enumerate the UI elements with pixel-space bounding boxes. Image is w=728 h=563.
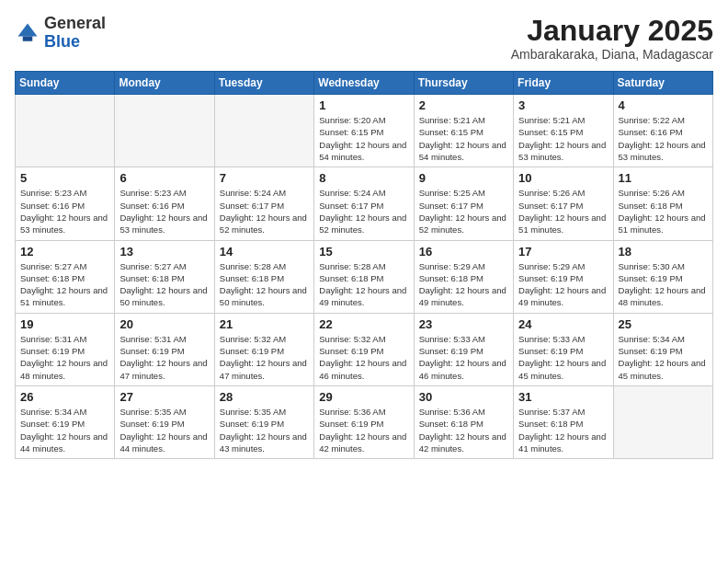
title-block: January 2025 Ambarakaraka, Diana, Madaga…: [511, 15, 713, 62]
logo: General Blue: [15, 15, 106, 52]
day-info: Sunrise: 5:31 AMSunset: 6:19 PMDaylight:…: [20, 333, 109, 382]
table-row: 16Sunrise: 5:29 AMSunset: 6:18 PMDayligh…: [414, 240, 513, 313]
page-header: General Blue January 2025 Ambarakaraka, …: [15, 15, 713, 62]
table-row: 18Sunrise: 5:30 AMSunset: 6:19 PMDayligh…: [613, 240, 712, 313]
day-number: 11: [619, 171, 708, 185]
day-number: 24: [518, 317, 608, 331]
day-info: Sunrise: 5:24 AMSunset: 6:17 PMDaylight:…: [220, 187, 309, 236]
day-info: Sunrise: 5:34 AMSunset: 6:19 PMDaylight:…: [20, 406, 109, 454]
day-number: 12: [20, 245, 109, 259]
table-row: 21Sunrise: 5:32 AMSunset: 6:19 PMDayligh…: [214, 313, 313, 385]
day-info: Sunrise: 5:37 AMSunset: 6:18 PMDaylight:…: [518, 406, 608, 454]
col-tuesday: Tuesday: [214, 72, 313, 95]
day-number: 2: [419, 98, 508, 112]
day-info: Sunrise: 5:34 AMSunset: 6:19 PMDaylight:…: [619, 333, 708, 382]
col-thursday: Thursday: [414, 72, 513, 95]
day-info: Sunrise: 5:31 AMSunset: 6:19 PMDaylight:…: [119, 333, 209, 382]
table-row: 6Sunrise: 5:23 AMSunset: 6:16 PMDaylight…: [115, 167, 214, 240]
day-info: Sunrise: 5:27 AMSunset: 6:18 PMDaylight:…: [20, 260, 109, 309]
day-info: Sunrise: 5:32 AMSunset: 6:19 PMDaylight:…: [319, 333, 408, 382]
table-row: [613, 385, 712, 458]
day-info: Sunrise: 5:20 AMSunset: 6:15 PMDaylight:…: [319, 114, 408, 163]
day-number: 20: [119, 317, 209, 331]
table-row: 5Sunrise: 5:23 AMSunset: 6:16 PMDaylight…: [16, 167, 115, 240]
table-row: 17Sunrise: 5:29 AMSunset: 6:19 PMDayligh…: [514, 240, 613, 313]
day-number: 17: [518, 245, 608, 259]
day-number: 13: [119, 245, 209, 259]
day-number: 9: [419, 171, 508, 185]
week-row-3: 12Sunrise: 5:27 AMSunset: 6:18 PMDayligh…: [16, 240, 713, 313]
table-row: 13Sunrise: 5:27 AMSunset: 6:18 PMDayligh…: [115, 240, 214, 313]
table-row: 7Sunrise: 5:24 AMSunset: 6:17 PMDaylight…: [214, 167, 313, 240]
table-row: [115, 95, 214, 167]
day-info: Sunrise: 5:33 AMSunset: 6:19 PMDaylight:…: [419, 333, 508, 382]
day-number: 10: [518, 171, 608, 185]
table-row: 23Sunrise: 5:33 AMSunset: 6:19 PMDayligh…: [414, 313, 513, 385]
table-row: 27Sunrise: 5:35 AMSunset: 6:19 PMDayligh…: [115, 385, 214, 458]
table-row: 30Sunrise: 5:36 AMSunset: 6:18 PMDayligh…: [414, 385, 513, 458]
day-info: Sunrise: 5:35 AMSunset: 6:19 PMDaylight:…: [220, 406, 309, 454]
day-number: 23: [419, 317, 508, 331]
table-row: 11Sunrise: 5:26 AMSunset: 6:18 PMDayligh…: [613, 167, 712, 240]
week-row-4: 19Sunrise: 5:31 AMSunset: 6:19 PMDayligh…: [16, 313, 713, 385]
table-row: 24Sunrise: 5:33 AMSunset: 6:19 PMDayligh…: [514, 313, 613, 385]
day-number: 18: [619, 245, 708, 259]
logo-general-text: General: [44, 14, 106, 32]
day-info: Sunrise: 5:26 AMSunset: 6:18 PMDaylight:…: [619, 187, 708, 236]
day-info: Sunrise: 5:28 AMSunset: 6:18 PMDaylight:…: [220, 260, 309, 309]
table-row: 25Sunrise: 5:34 AMSunset: 6:19 PMDayligh…: [613, 313, 712, 385]
day-info: Sunrise: 5:33 AMSunset: 6:19 PMDaylight:…: [518, 333, 608, 382]
day-info: Sunrise: 5:21 AMSunset: 6:15 PMDaylight:…: [419, 114, 508, 163]
day-number: 1: [319, 98, 408, 112]
day-number: 27: [119, 390, 209, 404]
day-number: 26: [20, 390, 109, 404]
col-saturday: Saturday: [613, 72, 712, 95]
svg-marker-0: [18, 23, 38, 36]
table-row: 8Sunrise: 5:24 AMSunset: 6:17 PMDaylight…: [314, 167, 414, 240]
calendar-subtitle: Ambarakaraka, Diana, Madagascar: [511, 47, 713, 62]
table-row: 2Sunrise: 5:21 AMSunset: 6:15 PMDaylight…: [414, 95, 513, 167]
day-info: Sunrise: 5:24 AMSunset: 6:17 PMDaylight:…: [319, 187, 408, 236]
table-row: 4Sunrise: 5:22 AMSunset: 6:16 PMDaylight…: [613, 95, 712, 167]
week-row-2: 5Sunrise: 5:23 AMSunset: 6:16 PMDaylight…: [16, 167, 713, 240]
col-sunday: Sunday: [16, 72, 115, 95]
table-row: 29Sunrise: 5:36 AMSunset: 6:19 PMDayligh…: [314, 385, 414, 458]
day-number: 30: [419, 390, 508, 404]
svg-rect-1: [23, 36, 33, 40]
day-info: Sunrise: 5:22 AMSunset: 6:16 PMDaylight:…: [619, 114, 708, 163]
table-row: 20Sunrise: 5:31 AMSunset: 6:19 PMDayligh…: [115, 313, 214, 385]
day-info: Sunrise: 5:25 AMSunset: 6:17 PMDaylight:…: [419, 187, 508, 236]
day-number: 8: [319, 171, 408, 185]
table-row: 28Sunrise: 5:35 AMSunset: 6:19 PMDayligh…: [214, 385, 313, 458]
day-info: Sunrise: 5:23 AMSunset: 6:16 PMDaylight:…: [20, 187, 109, 236]
day-number: 25: [619, 317, 708, 331]
table-row: 3Sunrise: 5:21 AMSunset: 6:15 PMDaylight…: [514, 95, 613, 167]
col-wednesday: Wednesday: [314, 72, 414, 95]
day-number: 16: [419, 245, 508, 259]
col-friday: Friday: [514, 72, 613, 95]
logo-text: General Blue: [44, 15, 106, 52]
day-number: 22: [319, 317, 408, 331]
calendar-title: January 2025: [511, 15, 713, 47]
day-info: Sunrise: 5:32 AMSunset: 6:19 PMDaylight:…: [220, 333, 309, 382]
table-row: 9Sunrise: 5:25 AMSunset: 6:17 PMDaylight…: [414, 167, 513, 240]
week-row-5: 26Sunrise: 5:34 AMSunset: 6:19 PMDayligh…: [16, 385, 713, 458]
table-row: 12Sunrise: 5:27 AMSunset: 6:18 PMDayligh…: [16, 240, 115, 313]
day-info: Sunrise: 5:36 AMSunset: 6:18 PMDaylight:…: [419, 406, 508, 454]
table-row: 10Sunrise: 5:26 AMSunset: 6:17 PMDayligh…: [514, 167, 613, 240]
day-number: 28: [220, 390, 309, 404]
table-row: 26Sunrise: 5:34 AMSunset: 6:19 PMDayligh…: [16, 385, 115, 458]
table-row: 15Sunrise: 5:28 AMSunset: 6:18 PMDayligh…: [314, 240, 414, 313]
day-number: 7: [220, 171, 309, 185]
week-row-1: 1Sunrise: 5:20 AMSunset: 6:15 PMDaylight…: [16, 95, 713, 167]
logo-blue-text: Blue: [44, 32, 80, 51]
day-info: Sunrise: 5:36 AMSunset: 6:19 PMDaylight:…: [319, 406, 408, 454]
table-row: [214, 95, 313, 167]
day-info: Sunrise: 5:21 AMSunset: 6:15 PMDaylight:…: [518, 114, 608, 163]
day-number: 6: [119, 171, 209, 185]
day-number: 31: [518, 390, 608, 404]
day-info: Sunrise: 5:30 AMSunset: 6:19 PMDaylight:…: [619, 260, 708, 309]
table-row: 1Sunrise: 5:20 AMSunset: 6:15 PMDaylight…: [314, 95, 414, 167]
calendar-header-row: Sunday Monday Tuesday Wednesday Thursday…: [16, 72, 713, 95]
day-info: Sunrise: 5:29 AMSunset: 6:19 PMDaylight:…: [518, 260, 608, 309]
